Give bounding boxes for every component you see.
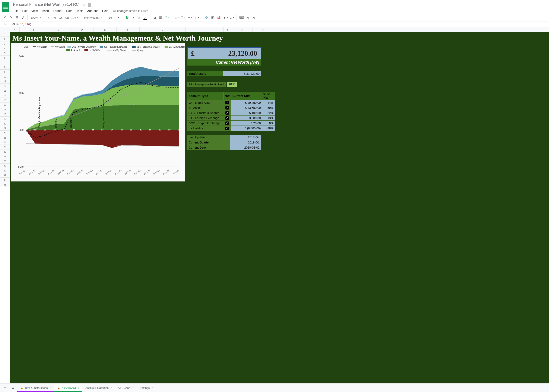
font-size-dropdown-icon[interactable]: ▾ <box>116 15 121 20</box>
filter-button[interactable]: ▼ <box>222 15 229 20</box>
account-nw-checkbox[interactable]: ✓ <box>223 116 231 121</box>
menu-tools[interactable]: Tools <box>75 8 85 14</box>
menu-help[interactable]: Help <box>101 8 110 14</box>
row-header[interactable]: 9 <box>0 70 10 74</box>
row-header[interactable]: 33 <box>0 182 10 187</box>
row-header[interactable]: 11 <box>0 79 10 84</box>
folder-icon[interactable]: ▇ <box>88 2 91 7</box>
menu-addons[interactable]: Add-ons <box>85 8 100 14</box>
col-header[interactable]: H <box>186 27 224 32</box>
row-header[interactable]: 23 <box>0 135 10 140</box>
row-header[interactable]: 17 <box>0 107 10 112</box>
insert-link-button[interactable]: 🔗 <box>204 15 209 20</box>
insert-comment-button[interactable]: ▣ <box>210 15 215 20</box>
row-header[interactable]: 8 <box>0 65 10 70</box>
cell-canvas[interactable]: Ms Insert Your-Name, a Wealth Management… <box>10 32 549 383</box>
menu-view[interactable]: View <box>30 8 40 14</box>
zoom-select[interactable]: 100% <box>29 15 42 20</box>
row-header[interactable]: 4 <box>0 46 10 51</box>
col-header[interactable]: C <box>47 27 70 32</box>
row-header[interactable]: 30 <box>0 168 10 173</box>
menu-edit[interactable]: Edit <box>21 8 29 14</box>
row-header[interactable]: 18 <box>0 112 10 117</box>
row-header[interactable]: 1 <box>0 32 10 37</box>
input-tools-button[interactable]: ⌨ <box>238 15 245 20</box>
document-title[interactable]: Personal Finance (Net Worth) v1.4 RC <box>12 2 80 7</box>
row-header[interactable]: 20 <box>0 121 10 126</box>
row-header[interactable]: 22 <box>0 131 10 135</box>
row-header[interactable]: 21 <box>0 126 10 131</box>
col-header[interactable]: B <box>20 27 47 32</box>
row-header[interactable]: 25 <box>0 145 10 149</box>
col-header[interactable]: K <box>253 27 274 32</box>
row-header[interactable]: 14 <box>0 93 10 98</box>
select-all-corner[interactable] <box>0 27 10 32</box>
net-worth-chart[interactable]: £-20k£0k£20k£40k2015-Q12015-Q22015-Q3201… <box>11 43 185 182</box>
row-header[interactable]: 28 <box>0 159 10 164</box>
undo-button[interactable]: ↶ <box>2 15 8 20</box>
format-currency-button[interactable]: £ <box>46 15 51 20</box>
row-header[interactable]: 24 <box>0 140 10 145</box>
row-header[interactable]: 32 <box>0 178 10 182</box>
sheets-app-icon[interactable] <box>2 2 9 12</box>
row-header[interactable]: 19 <box>0 117 10 121</box>
fill-color-button[interactable]: ◢ <box>152 15 157 20</box>
col-header[interactable]: J <box>231 27 253 32</box>
print-button[interactable]: 🖶 <box>14 15 20 20</box>
borders-button[interactable]: ▦ <box>158 15 163 20</box>
account-nw-checkbox[interactable]: ✓ <box>223 100 231 105</box>
italic-button[interactable]: I <box>131 15 136 20</box>
merge-cells-button[interactable]: ⬚ <box>164 15 170 20</box>
row-header[interactable]: 2 <box>0 37 10 42</box>
col-header[interactable]: F <box>117 27 139 32</box>
account-nw-checkbox[interactable]: ✓ <box>223 105 231 110</box>
star-icon[interactable]: ☆ <box>82 2 86 7</box>
account-nw-checkbox[interactable]: ✓ <box>223 110 231 116</box>
menu-insert[interactable]: Insert <box>40 8 51 14</box>
decrease-decimal-button[interactable]: .0 <box>58 15 63 20</box>
account-nw-checkbox[interactable]: ✓ <box>223 126 231 131</box>
row-header[interactable]: 3 <box>0 42 10 46</box>
row-header[interactable]: 7 <box>0 60 10 65</box>
row-header[interactable]: 12 <box>0 84 10 88</box>
text-rotate-button[interactable]: ⤢ <box>194 15 200 20</box>
ltr-button[interactable]: ¶ <box>251 15 257 20</box>
row-header[interactable]: 6 <box>0 56 10 60</box>
row-header[interactable]: 5 <box>0 51 10 56</box>
redo-button[interactable]: ↷ <box>8 15 14 20</box>
rtl-button[interactable]: ¶ <box>245 15 251 20</box>
horizontal-align-button[interactable]: ≡ <box>174 15 180 20</box>
col-header[interactable]: D <box>70 27 93 32</box>
row-header[interactable]: 29 <box>0 164 10 168</box>
row-header[interactable]: 27 <box>0 154 10 159</box>
menu-format[interactable]: Format <box>51 8 64 14</box>
account-nw-checkbox[interactable]: ✓ <box>223 121 231 126</box>
paint-format-button[interactable]: 🖌 <box>20 15 26 20</box>
row-header[interactable]: 16 <box>0 103 10 107</box>
col-header[interactable]: A <box>10 27 20 32</box>
formula-input[interactable]: =SUM(J6,J16) <box>10 23 549 26</box>
menu-file[interactable]: File <box>12 8 20 14</box>
format-percent-button[interactable]: % <box>52 15 57 20</box>
increase-decimal-button[interactable]: .00 <box>64 15 70 20</box>
row-header[interactable]: 10 <box>0 74 10 79</box>
font-select[interactable]: Merriweath… <box>83 15 102 20</box>
col-header[interactable]: I <box>224 27 231 32</box>
functions-button[interactable]: Σ <box>229 15 235 20</box>
menu-data[interactable]: Data <box>64 8 74 14</box>
row-header[interactable]: 31 <box>0 173 10 178</box>
vertical-align-button[interactable]: ↧ <box>180 15 186 20</box>
font-size-input[interactable]: 36 <box>106 15 115 20</box>
row-header[interactable]: 13 <box>0 88 10 93</box>
text-color-button[interactable]: A <box>143 15 148 20</box>
strikethrough-button[interactable]: S <box>137 15 142 20</box>
text-wrap-button[interactable]: ↩ <box>187 15 193 20</box>
more-formats-button[interactable]: 123 <box>70 15 79 20</box>
bold-button[interactable]: B <box>125 15 130 20</box>
row-header[interactable]: 26 <box>0 149 10 154</box>
col-header[interactable]: G <box>139 27 186 32</box>
save-status[interactable]: All changes saved in Drive <box>113 9 148 13</box>
row-header[interactable]: 15 <box>0 98 10 103</box>
insert-chart-button[interactable]: 📊 <box>216 15 222 20</box>
col-header[interactable]: E <box>93 27 117 32</box>
